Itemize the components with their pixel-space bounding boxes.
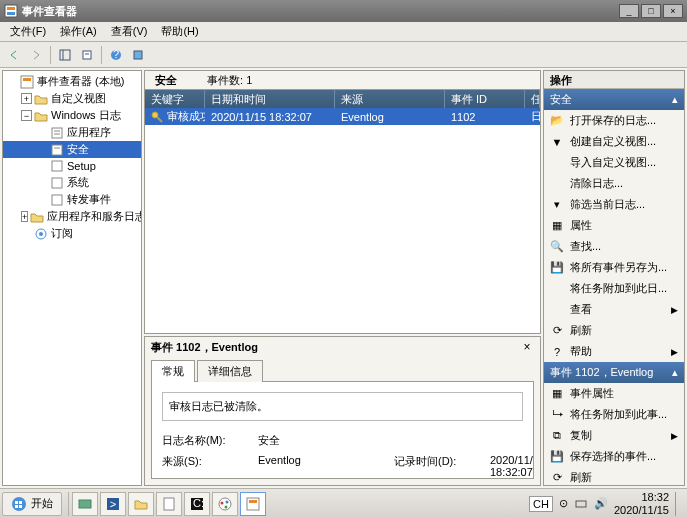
task-notepad[interactable]: [156, 492, 182, 516]
log-name-label: 安全: [155, 73, 177, 88]
menu-help[interactable]: 帮助(H): [155, 22, 204, 41]
grid-header: 关键字 日期和时间 来源 事件 ID 任务类别: [145, 90, 540, 108]
action-save-selected[interactable]: 💾保存选择的事件...: [544, 446, 684, 467]
show-desktop-button[interactable]: [675, 492, 681, 516]
forward-button[interactable]: [26, 45, 46, 65]
svg-rect-28: [164, 498, 174, 510]
task-explorer[interactable]: [128, 492, 154, 516]
start-label: 开始: [31, 496, 53, 511]
menu-view[interactable]: 查看(V): [105, 22, 154, 41]
tree-root-label: 事件查看器 (本地): [37, 74, 124, 89]
actions-section-event[interactable]: 事件 1102，Eventlog ▴: [544, 362, 684, 383]
action-clear-log[interactable]: 清除日志...: [544, 173, 684, 194]
expander-icon[interactable]: +: [21, 93, 32, 104]
ime-indicator[interactable]: CH: [529, 496, 553, 512]
svg-point-21: [39, 232, 43, 236]
tree-windows-logs[interactable]: − Windows 日志: [3, 107, 141, 124]
help-button[interactable]: ?: [106, 45, 126, 65]
folder-icon: [34, 92, 48, 106]
tree-subscriptions[interactable]: 订阅: [3, 225, 141, 242]
action-properties[interactable]: ▦属性: [544, 215, 684, 236]
list-header-row: 安全 事件数: 1: [144, 70, 541, 90]
back-button[interactable]: [4, 45, 24, 65]
key-icon: [151, 111, 163, 123]
col-datetime[interactable]: 日期和时间: [205, 90, 335, 108]
event-message: 审核日志已被清除。: [162, 392, 523, 421]
action-filter-current-log[interactable]: ▾筛选当前日志...: [544, 194, 684, 215]
minimize-button[interactable]: _: [619, 4, 639, 18]
grid-body: 审核成功 2020/11/15 18:32:07 Eventlog 1102 日…: [145, 108, 540, 333]
tree-setup[interactable]: Setup: [3, 158, 141, 174]
folder-icon: [34, 109, 48, 123]
close-detail-button[interactable]: ×: [520, 340, 534, 354]
tree-custom-views[interactable]: + 自定义视图: [3, 90, 141, 107]
event-viewer-icon: [20, 75, 34, 89]
action-view[interactable]: 查看▶: [544, 299, 684, 320]
svg-rect-9: [134, 51, 142, 59]
close-button[interactable]: ×: [663, 4, 683, 18]
menu-file[interactable]: 文件(F): [4, 22, 52, 41]
chevron-right-icon: ▶: [671, 305, 678, 315]
svg-rect-17: [52, 161, 62, 171]
window-titlebar: 事件查看器 _ □ ×: [0, 0, 687, 22]
col-eventid[interactable]: 事件 ID: [445, 90, 525, 108]
svg-point-34: [225, 505, 228, 508]
tray-network-icon[interactable]: [574, 497, 588, 511]
tree-forwarded[interactable]: 转发事件: [3, 191, 141, 208]
refresh-button[interactable]: [128, 45, 148, 65]
action-copy[interactable]: ⧉复制▶: [544, 425, 684, 446]
tree-security[interactable]: 安全: [3, 141, 141, 158]
task-server-manager[interactable]: [72, 492, 98, 516]
task-event-viewer[interactable]: [240, 492, 266, 516]
tray-sound-icon[interactable]: 🔊: [594, 497, 608, 510]
tab-general[interactable]: 常规: [151, 360, 195, 382]
svg-point-31: [219, 498, 231, 510]
tree-app-services[interactable]: + 应用程序和服务日志: [3, 208, 141, 225]
svg-rect-12: [52, 128, 62, 138]
col-taskcat[interactable]: 任务类别: [525, 90, 540, 108]
action-import-custom-view[interactable]: 导入自定义视图...: [544, 152, 684, 173]
save-icon: 💾: [550, 450, 564, 464]
task-icon: ⮡: [550, 408, 564, 422]
menu-action[interactable]: 操作(A): [54, 22, 103, 41]
action-create-custom-view[interactable]: ▼创建自定义视图...: [544, 131, 684, 152]
action-refresh[interactable]: ⟳刷新: [544, 320, 684, 341]
label-source: 来源(S):: [162, 454, 252, 478]
svg-point-33: [226, 500, 229, 503]
tree-application[interactable]: 应用程序: [3, 124, 141, 141]
tree-root[interactable]: 事件查看器 (本地): [3, 73, 141, 90]
action-find[interactable]: 🔍查找...: [544, 236, 684, 257]
tray-icon[interactable]: ⊙: [559, 497, 568, 510]
col-keyword[interactable]: 关键字: [145, 90, 205, 108]
task-paint[interactable]: [212, 492, 238, 516]
col-source[interactable]: 来源: [335, 90, 445, 108]
svg-rect-11: [23, 78, 31, 81]
task-powershell[interactable]: >: [100, 492, 126, 516]
properties-button[interactable]: [77, 45, 97, 65]
expander-icon[interactable]: +: [21, 211, 28, 222]
tree-subs-label: 订阅: [51, 226, 73, 241]
actions-section-security[interactable]: 安全 ▴: [544, 89, 684, 110]
action-attach-task-log[interactable]: 将任务附加到此日...: [544, 278, 684, 299]
action-refresh-event[interactable]: ⟳刷新: [544, 467, 684, 486]
action-save-all-events[interactable]: 💾将所有事件另存为...: [544, 257, 684, 278]
show-hide-tree-button[interactable]: [55, 45, 75, 65]
clock[interactable]: 18:32 2020/11/15: [614, 491, 669, 515]
task-cmd[interactable]: C:: [184, 492, 210, 516]
maximize-button[interactable]: □: [641, 4, 661, 18]
svg-text:C:: C:: [193, 497, 204, 509]
svg-rect-25: [79, 500, 91, 508]
svg-rect-37: [576, 501, 586, 507]
svg-rect-19: [52, 195, 62, 205]
action-event-properties[interactable]: ▦事件属性: [544, 383, 684, 404]
action-help[interactable]: ?帮助▶: [544, 341, 684, 362]
table-row[interactable]: 审核成功 2020/11/15 18:32:07 Eventlog 1102 日…: [145, 108, 540, 125]
start-button[interactable]: 开始: [2, 492, 62, 516]
action-attach-task-event[interactable]: ⮡将任务附加到此事...: [544, 404, 684, 425]
tree-system[interactable]: 系统: [3, 174, 141, 191]
subscription-icon: [34, 227, 48, 241]
tab-details[interactable]: 详细信息: [197, 360, 263, 382]
action-open-saved-log[interactable]: 📂打开保存的日志...: [544, 110, 684, 131]
expander-icon[interactable]: −: [21, 110, 32, 121]
save-icon: 💾: [550, 261, 564, 275]
